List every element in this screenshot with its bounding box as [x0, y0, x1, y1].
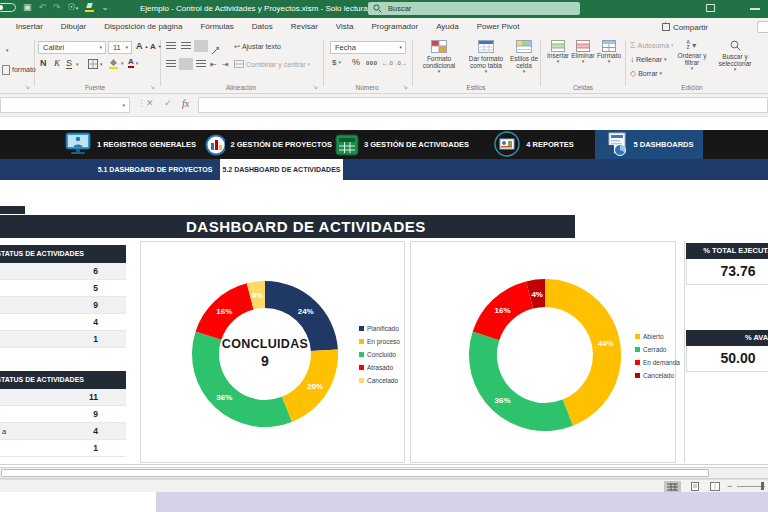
activities-state-donut-panel[interactable]: 44%36%16%4% AbiertoCerradoEn demandaCanc…: [410, 241, 676, 463]
comma-style-button[interactable]: 000: [366, 60, 378, 66]
menu-tab-dibujar[interactable]: Dibujar: [52, 18, 95, 36]
legend-item-concluido[interactable]: Concluido: [359, 348, 400, 361]
increase-decimal-button[interactable]: ←.0: [382, 60, 393, 66]
legend-item-en-demanda[interactable]: En demanda: [635, 356, 680, 369]
page-layout-view-button[interactable]: [686, 481, 703, 492]
table-row[interactable]: 11: [0, 389, 126, 406]
merge-center-button[interactable]: Combinar y centrar▾: [234, 60, 310, 68]
paste-dropdown-icon[interactable]: ▾: [6, 48, 9, 53]
qat-customize-icon[interactable]: ⌄: [101, 3, 109, 12]
cell-styles-button[interactable]: Estilos de celda▾: [508, 40, 540, 74]
percent-style-button[interactable]: %: [352, 57, 360, 67]
orientation-icon[interactable]: [211, 41, 221, 59]
window-restore-icon[interactable]: [706, 4, 715, 12]
bold-button[interactable]: N: [40, 58, 47, 68]
menu-tab-inicio[interactable]: Inicio: [0, 18, 7, 36]
format-painter-icon[interactable]: [2, 65, 10, 75]
legend-item-cancelado[interactable]: Cancelado: [359, 374, 400, 387]
legend-item-cerrado[interactable]: Cerrado: [635, 343, 680, 356]
format-painter-label[interactable]: formato: [12, 66, 36, 73]
zoom-out-button[interactable]: −: [727, 481, 732, 492]
undo-icon[interactable]: ↶: [39, 3, 47, 12]
fill-button[interactable]: ↓ Rellenar▾: [630, 55, 667, 64]
nav-tab-gestion-proyectos[interactable]: 2 GESTIÓN DE PROYECTOS: [205, 130, 332, 159]
menu-tab-datos[interactable]: Datos: [243, 18, 282, 36]
menu-tab-f-rmulas[interactable]: Fórmulas: [191, 18, 242, 36]
underline-dropdown-icon[interactable]: ▾: [76, 62, 79, 67]
table-row[interactable]: 9: [0, 406, 126, 423]
enter-icon[interactable]: ✓: [164, 98, 172, 108]
search-input[interactable]: [386, 3, 575, 14]
align-middle-icon[interactable]: [181, 42, 191, 50]
cancel-icon[interactable]: ✕: [146, 98, 154, 108]
wrap-text-button[interactable]: ↩ Ajustar texto: [234, 42, 281, 51]
align-top-icon[interactable]: [166, 42, 176, 50]
table-row[interactable]: 1: [0, 331, 126, 348]
share-button[interactable]: Compartir: [662, 20, 708, 34]
clipboard-dialog-launcher[interactable]: ↘: [25, 84, 30, 90]
font-size-select[interactable]: 11▾: [108, 41, 132, 54]
normal-view-button[interactable]: [664, 481, 681, 492]
window-minimize-icon[interactable]: [750, 8, 760, 10]
subtab-dashboard-actividades[interactable]: 5.2 DASHBOARD DE ACTIVIDADES: [220, 159, 343, 180]
clear-button[interactable]: ◇ Borrar▾: [630, 69, 662, 78]
underline-button[interactable]: S: [66, 58, 72, 69]
sort-filter-button[interactable]: AZ ▼ Ordenar y filtrar▾: [674, 40, 710, 71]
align-right-icon[interactable]: [196, 60, 206, 68]
borders-button[interactable]: ▾: [88, 59, 103, 69]
zoom-slider-thumb[interactable]: [761, 482, 764, 490]
menu-tab-revisar[interactable]: Revisar: [282, 18, 327, 36]
autosum-button[interactable]: Σ Autosuma▾: [630, 41, 674, 50]
font-dialog-launcher[interactable]: ↘: [150, 84, 155, 90]
format-cells-button[interactable]: Formato▾: [596, 40, 622, 64]
number-dialog-launcher[interactable]: ↘: [403, 84, 408, 90]
activities-status-donut-panel[interactable]: 24%20%36%16%4% CONCLUIDAS 9 PlanificadoE…: [140, 241, 405, 463]
legend-item-en-proceso[interactable]: En proceso: [359, 335, 400, 348]
nav-tab-gestion-actividades[interactable]: 3 GESTIÓN DE ACTIVIDADES: [332, 130, 472, 159]
accounting-format-button[interactable]: $▾: [332, 58, 341, 67]
shrink-font-button[interactable]: A▼: [150, 42, 162, 51]
align-left-icon[interactable]: [166, 60, 176, 68]
horizontal-scrollbar[interactable]: [0, 467, 768, 479]
number-format-select[interactable]: Fecha▾: [330, 41, 406, 54]
table-row[interactable]: 5: [0, 280, 126, 297]
insert-function-icon[interactable]: fx: [182, 98, 189, 109]
menu-tab-ayuda[interactable]: Ayuda: [427, 18, 468, 36]
nav-tab-reportes[interactable]: 4 REPORTES: [472, 130, 595, 159]
alignment-dialog-launcher[interactable]: ↘: [313, 84, 318, 90]
decrease-indent-icon[interactable]: ⇤: [210, 60, 217, 69]
grow-font-button[interactable]: A▲: [136, 41, 148, 51]
delete-cells-button[interactable]: Eliminar▾: [571, 40, 595, 64]
touch-mode-icon[interactable]: ☉▾: [68, 3, 79, 12]
table-row[interactable]: 6: [0, 263, 126, 280]
italic-button[interactable]: K: [54, 58, 60, 68]
find-select-button[interactable]: Buscar y seleccionar▾: [712, 40, 758, 72]
menu-tab-vista[interactable]: Vista: [327, 18, 363, 36]
insert-cells-button[interactable]: Insertar▾: [546, 40, 570, 64]
name-box[interactable]: ▾: [0, 97, 130, 113]
align-center-icon[interactable]: [181, 60, 191, 68]
donut-slice-cerrado[interactable]: [469, 332, 573, 432]
subtab-dashboard-proyectos[interactable]: 5.1 DASHBOARD DE PROYECTOS: [90, 159, 220, 180]
highlighter-icon[interactable]: [85, 3, 94, 12]
legend-item-atrasado[interactable]: Atrasado: [359, 361, 400, 374]
menu-tab-programador[interactable]: Programador: [362, 18, 427, 36]
redo-icon[interactable]: ↷: [53, 3, 61, 12]
autosave-toggle[interactable]: [0, 3, 16, 12]
font-color-button[interactable]: A▾: [128, 58, 138, 68]
legend-item-abierto[interactable]: Abierto: [635, 330, 680, 343]
save-icon[interactable]: ▣: [23, 3, 32, 12]
menu-tab-insertar[interactable]: Insertar: [7, 18, 52, 36]
format-as-table-button[interactable]: Dar formato como tabla▾: [464, 40, 508, 74]
conditional-formatting-button[interactable]: Formato condicional▾: [416, 40, 462, 74]
fill-color-button[interactable]: ▾: [108, 58, 124, 69]
menu-tab-disposici-n-de-p-gina[interactable]: Disposición de página: [95, 18, 191, 36]
table-row[interactable]: 1: [0, 440, 126, 457]
nav-tab-dashboards[interactable]: 5 DASHBOARDS: [595, 130, 703, 159]
legend-item-planificado[interactable]: Planificado: [359, 322, 400, 335]
page-break-view-button[interactable]: [706, 481, 723, 492]
decrease-decimal-button[interactable]: .0→: [396, 60, 407, 66]
legend-item-cancelado[interactable]: Cancelado: [635, 369, 680, 382]
align-bottom-icon[interactable]: [196, 42, 206, 50]
menu-tab-power-pivot[interactable]: Power Pivot: [468, 18, 529, 36]
